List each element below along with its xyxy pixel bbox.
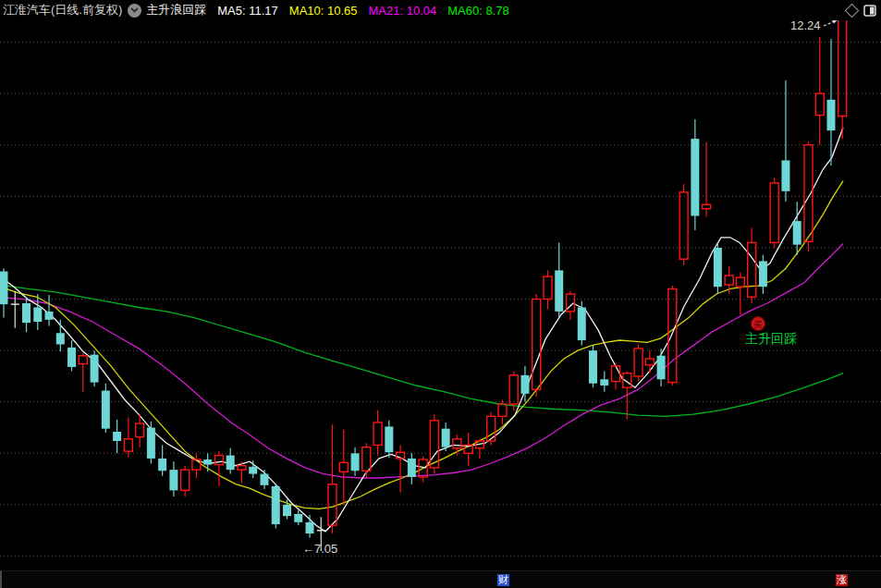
title-bar: 江淮汽车(日线.前复权) 主升浪回踩 MA5: 11.17 MA10: 10.6…	[0, 0, 881, 20]
candle	[781, 80, 789, 202]
candle	[328, 424, 336, 533]
candle	[826, 39, 835, 165]
rise-badge[interactable]: 涨	[836, 574, 848, 586]
ma60-label: MA60: 8.78	[447, 4, 509, 18]
indicator-name: 主升浪回踩	[146, 2, 206, 18]
candle	[397, 445, 405, 492]
candle	[373, 410, 382, 456]
svg-text:12.24: 12.24	[790, 18, 821, 32]
candle	[498, 400, 507, 425]
candle	[509, 371, 518, 410]
candle	[714, 242, 722, 294]
candle	[203, 453, 212, 472]
candle	[22, 297, 31, 332]
candle	[691, 119, 699, 230]
chevron-down-circle-icon[interactable]	[128, 4, 141, 18]
candle	[555, 242, 563, 317]
svg-text:买: 买	[754, 320, 763, 329]
candle	[759, 255, 767, 294]
diamond-icon[interactable]	[844, 3, 859, 18]
candle	[589, 346, 597, 388]
candle	[124, 417, 132, 457]
candles	[0, 18, 847, 551]
high-price-annotation: 12.24	[790, 18, 838, 32]
candle	[102, 384, 110, 433]
candle	[736, 273, 744, 315]
bottom-bar: 财 涨	[0, 570, 881, 588]
candle	[226, 448, 235, 474]
candle	[634, 344, 642, 381]
candle	[339, 430, 348, 505]
candle	[815, 37, 824, 145]
candle	[838, 18, 847, 139]
candle	[464, 433, 472, 466]
candle	[91, 350, 99, 386]
candle	[260, 470, 268, 489]
candle	[657, 349, 666, 386]
buy-signal: 买主升回踩	[745, 317, 797, 347]
svg-text:←7.05: ←7.05	[302, 542, 337, 556]
ma5-label: MA5: 11.17	[217, 4, 278, 18]
stock-app-window: 12.24←7.05买主升回踩 江淮汽车(日线.前复权) 主升浪回踩 MA5: …	[0, 0, 881, 588]
kline-chart[interactable]: 12.24←7.05买主升回踩	[0, 0, 881, 588]
candle	[703, 141, 711, 216]
candle	[169, 461, 177, 496]
candle	[793, 202, 801, 255]
price-gridlines	[0, 43, 881, 557]
candle	[67, 340, 76, 371]
candle	[56, 320, 65, 351]
candle	[362, 443, 371, 478]
candle	[113, 420, 121, 454]
candle	[770, 178, 778, 248]
candle	[79, 352, 87, 391]
candle	[748, 228, 756, 303]
candle	[249, 460, 257, 478]
candle	[351, 447, 360, 476]
candle	[544, 270, 552, 309]
finance-badge[interactable]: 财	[497, 574, 509, 586]
candle	[385, 421, 393, 458]
candle	[600, 371, 608, 391]
candle	[306, 515, 314, 537]
candle	[578, 301, 586, 346]
candle	[0, 268, 8, 317]
candle	[645, 350, 654, 373]
candle	[181, 466, 190, 496]
low-price-annotation: ←7.05	[302, 542, 337, 556]
signal-label: 主升回踩	[745, 331, 797, 346]
candle	[11, 291, 19, 328]
candle	[668, 286, 677, 386]
candle	[272, 484, 280, 529]
candle	[158, 445, 166, 475]
candle	[623, 371, 631, 419]
ma10-label: MA10: 10.65	[289, 4, 358, 18]
stock-name: 江淮汽车(日线.前复权)	[3, 2, 122, 18]
candle	[214, 451, 223, 486]
candle	[147, 422, 155, 464]
candle	[45, 295, 54, 325]
candle	[430, 414, 438, 473]
candle	[532, 294, 541, 397]
ma21-label: MA21: 10.04	[369, 4, 437, 18]
candle	[442, 423, 450, 451]
candle	[487, 412, 496, 446]
candle	[192, 453, 201, 478]
split-pane-icon[interactable]	[863, 3, 877, 18]
candle	[408, 453, 416, 484]
